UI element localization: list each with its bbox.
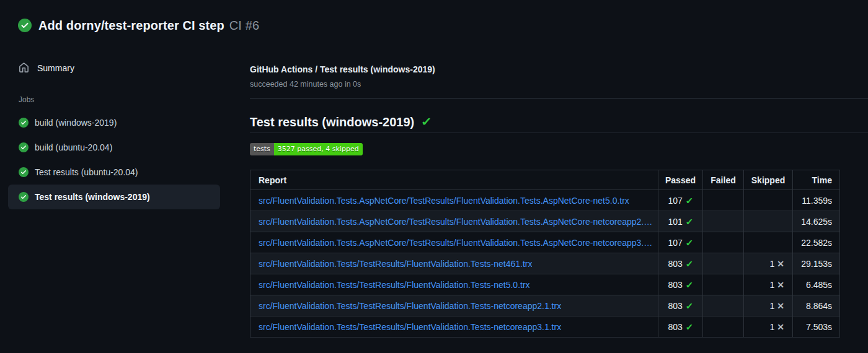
summary-label: Summary (37, 63, 74, 73)
passed-count: 803 (668, 280, 682, 290)
run-title: Add dorny/test-reporter CI stepCI #6 (38, 19, 259, 33)
table-row: src/FluentValidation.Tests.AspNetCore/Te… (250, 232, 840, 253)
jobs-list: build (windows-2019)build (ubuntu-20.04)… (0, 110, 250, 209)
passed-cell: 107✓ (658, 190, 703, 211)
report-link[interactable]: src/FluentValidation.Tests.AspNetCore/Te… (259, 238, 655, 248)
report-link[interactable]: src/FluentValidation.Tests.AspNetCore/Te… (259, 196, 629, 206)
skipped-count: 1 (769, 322, 774, 332)
table-row: src/FluentValidation.Tests/TestResults/F… (250, 274, 840, 295)
failed-cell (703, 253, 744, 274)
passed-cell: 803✓ (658, 316, 703, 338)
passed-cell: 803✓ (658, 253, 703, 274)
table-row: src/FluentValidation.Tests/TestResults/F… (250, 295, 840, 316)
run-number: CI #6 (229, 19, 259, 32)
skipped-cell (744, 211, 793, 232)
column-header-report: Report (250, 170, 658, 190)
check-icon: ✓ (685, 238, 693, 248)
section-title: Test results (windows-2019) ✓ (250, 114, 868, 130)
table-row: src/FluentValidation.Tests/TestResults/F… (250, 253, 840, 274)
time-cell: 8.864s (793, 295, 840, 316)
skipped-count: 1 (769, 280, 774, 290)
check-run-header: GitHub Actions / Test results (windows-2… (250, 32, 868, 98)
badge-value: 3527 passed, 4 skipped (274, 143, 363, 155)
check-circle-icon (19, 192, 29, 202)
job-label: Test results (ubuntu-20.04) (35, 167, 138, 177)
failed-cell (703, 211, 744, 232)
content-layout: Summary Jobs build (windows-2019)build (… (0, 32, 868, 338)
passed-count: 803 (668, 259, 682, 269)
passed-cell: 107✓ (658, 232, 703, 253)
tests-badge: tests 3527 passed, 4 skipped (250, 143, 363, 155)
sidebar: Summary Jobs build (windows-2019)build (… (0, 32, 250, 209)
table-header: ReportPassedFailedSkippedTime (250, 170, 840, 190)
passed-count: 803 (668, 301, 682, 311)
check-icon: ✓ (685, 196, 693, 206)
check-circle-icon (19, 118, 29, 128)
passed-count: 107 (668, 238, 682, 248)
sidebar-item-job-3[interactable]: Test results (windows-2019) (8, 185, 220, 209)
time-cell: 11.359s (793, 190, 840, 211)
passed-cell: 101✓ (658, 211, 703, 232)
sidebar-item-summary[interactable]: Summary (0, 57, 250, 79)
passed-count: 107 (668, 196, 682, 206)
sidebar-item-job-2[interactable]: Test results (ubuntu-20.04) (8, 160, 220, 185)
main-panel: GitHub Actions / Test results (windows-2… (250, 32, 868, 338)
section-title-row: Test results (windows-2019) ✓ (250, 114, 868, 133)
report-link[interactable]: src/FluentValidation.Tests/TestResults/F… (259, 280, 530, 290)
job-label: build (windows-2019) (35, 118, 117, 128)
report-link[interactable]: src/FluentValidation.Tests/TestResults/F… (259, 259, 532, 269)
report-link[interactable]: src/FluentValidation.Tests/TestResults/F… (259, 322, 561, 332)
section-title-text: Test results (windows-2019) (250, 114, 414, 130)
check-run-status: succeeded 42 minutes ago in 0s (250, 80, 868, 89)
failed-cell (703, 190, 744, 211)
check-circle-icon (19, 142, 29, 152)
check-icon: ✓ (685, 217, 693, 227)
column-header-passed: Passed (658, 170, 703, 190)
job-label: Test results (windows-2019) (35, 192, 150, 202)
skipped-cell (744, 190, 793, 211)
skipped-count: 1 (769, 301, 774, 311)
time-cell: 14.625s (793, 211, 840, 232)
skipped-count: 1 (769, 259, 774, 269)
skipped-cell: 1✕ (744, 253, 793, 274)
failed-cell (703, 316, 744, 338)
check-circle-icon (19, 167, 29, 177)
check-icon: ✓ (685, 280, 693, 290)
check-icon: ✓ (421, 114, 432, 130)
failed-cell (703, 274, 744, 295)
jobs-section-label: Jobs (0, 95, 250, 104)
home-icon (19, 63, 29, 73)
table-row: src/FluentValidation.Tests.AspNetCore/Te… (250, 211, 840, 232)
passed-cell: 803✓ (658, 295, 703, 316)
workflow-run-page: Add dorny/test-reporter CI stepCI #6 Sum… (0, 0, 868, 338)
x-icon: ✕ (777, 301, 784, 311)
check-icon: ✓ (685, 259, 693, 269)
time-cell: 6.485s (793, 274, 840, 295)
check-icon: ✓ (685, 322, 693, 332)
run-title-text: Add dorny/test-reporter CI step (38, 19, 224, 32)
failed-cell (703, 232, 744, 253)
column-header-failed: Failed (703, 170, 744, 190)
job-label: build (ubuntu-20.04) (35, 142, 112, 152)
x-icon: ✕ (777, 280, 784, 290)
passed-count: 101 (668, 217, 682, 227)
check-run-title: GitHub Actions / Test results (windows-2… (250, 64, 868, 74)
sidebar-item-job-0[interactable]: build (windows-2019) (8, 110, 220, 135)
report-link[interactable]: src/FluentValidation.Tests.AspNetCore/Te… (259, 217, 655, 227)
column-header-skipped: Skipped (744, 170, 793, 190)
badge-label: tests (250, 143, 274, 155)
skipped-cell: 1✕ (744, 274, 793, 295)
report-link[interactable]: src/FluentValidation.Tests/TestResults/F… (259, 301, 561, 311)
x-icon: ✕ (777, 259, 784, 269)
time-cell: 22.582s (793, 232, 840, 253)
passed-cell: 803✓ (658, 274, 703, 295)
skipped-cell: 1✕ (744, 316, 793, 338)
skipped-cell (744, 232, 793, 253)
table-row: src/FluentValidation.Tests.AspNetCore/Te… (250, 190, 840, 211)
x-icon: ✕ (777, 322, 784, 332)
time-cell: 7.503s (793, 316, 840, 338)
sidebar-item-job-1[interactable]: build (ubuntu-20.04) (8, 135, 220, 160)
check-circle-icon (18, 19, 32, 32)
failed-cell (703, 295, 744, 316)
column-header-time: Time (793, 170, 840, 190)
